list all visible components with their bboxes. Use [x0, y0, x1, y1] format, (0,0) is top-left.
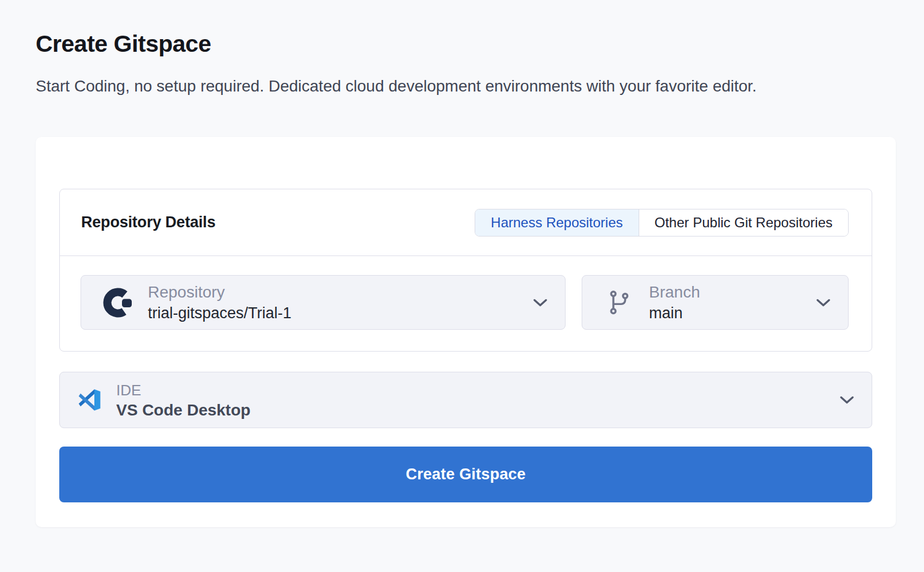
chevron-down-icon [533, 298, 548, 307]
tab-harness-repositories-label: Harness Repositories [491, 215, 623, 231]
branch-select-text: Branch main [649, 283, 700, 322]
repository-details-header: Repository Details Harness Repositories … [60, 189, 872, 256]
ide-label: IDE [116, 382, 250, 399]
chevron-down-icon [839, 396, 854, 405]
ide-select[interactable]: IDE VS Code Desktop [59, 372, 872, 428]
chevron-down-icon [816, 298, 831, 307]
git-branch-icon [608, 288, 633, 317]
repository-select-text: Repository trial-gitspaces/Trial-1 [148, 283, 292, 322]
tab-harness-repositories[interactable]: Harness Repositories [475, 209, 638, 236]
ide-value: VS Code Desktop [116, 401, 250, 419]
page-subtitle: Start Coding, no setup required. Dedicat… [36, 75, 858, 98]
branch-value: main [649, 304, 700, 322]
tab-other-public-git-repositories[interactable]: Other Public Git Repositories [639, 209, 848, 236]
create-gitspace-page: Create Gitspace Start Coding, no setup r… [0, 30, 924, 527]
repository-details-body: Repository trial-gitspaces/Trial-1 [60, 256, 872, 351]
section-title: Repository Details [81, 213, 215, 231]
branch-label: Branch [649, 283, 700, 302]
harness-logo-icon [103, 288, 133, 318]
repository-select[interactable]: Repository trial-gitspaces/Trial-1 [81, 275, 566, 330]
vscode-icon [77, 388, 102, 411]
branch-select[interactable]: Branch main [582, 275, 849, 330]
repository-details-section: Repository Details Harness Repositories … [59, 189, 872, 352]
create-gitspace-button[interactable]: Create Gitspace [59, 447, 872, 502]
tab-other-public-git-repositories-label: Other Public Git Repositories [655, 215, 833, 231]
repository-label: Repository [148, 283, 292, 302]
create-gitspace-card: Repository Details Harness Repositories … [36, 137, 896, 527]
ide-select-text: IDE VS Code Desktop [116, 382, 250, 419]
page-title: Create Gitspace [36, 30, 888, 58]
repository-value: trial-gitspaces/Trial-1 [148, 304, 292, 322]
repo-source-tab-group: Harness Repositories Other Public Git Re… [475, 209, 849, 237]
